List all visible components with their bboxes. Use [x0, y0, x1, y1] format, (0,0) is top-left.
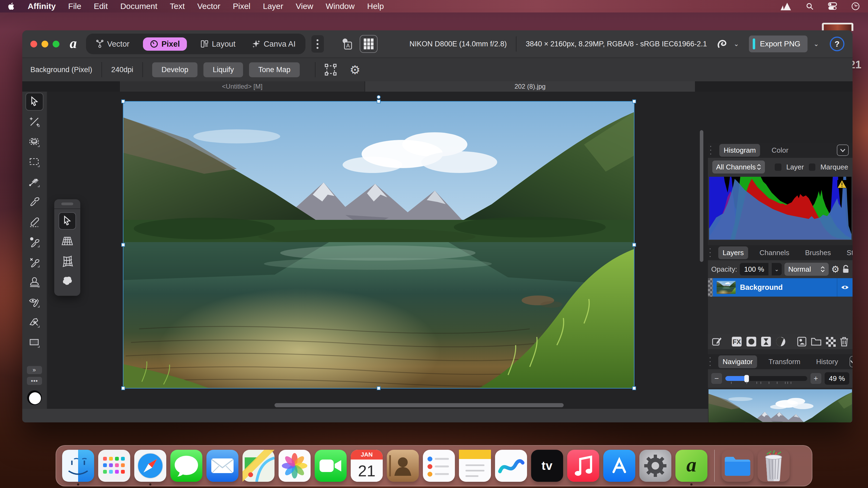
menu-item-text[interactable]: Text [170, 2, 185, 11]
dock-icon-calendar[interactable]: JAN21 [351, 450, 383, 482]
menu-item-affinity[interactable]: Affinity [28, 2, 56, 11]
float-perspective-tool[interactable] [59, 232, 76, 250]
healing-brush-tool[interactable] [26, 293, 43, 311]
layers-tab-layers[interactable]: Layers [718, 247, 748, 259]
clock-icon[interactable] [851, 2, 860, 10]
dock-icon-contacts[interactable] [387, 450, 419, 482]
add-image-layer-icon[interactable] [797, 336, 807, 347]
control-center-icon[interactable] [828, 2, 837, 10]
opacity-chevron-icon[interactable]: ⌄ [771, 263, 782, 275]
navigator-tab-transform[interactable]: Transform [764, 355, 805, 368]
vertical-scrollbar[interactable] [700, 130, 703, 262]
layers-tab-stock[interactable]: Stock [842, 247, 852, 259]
dock-icon-reminders[interactable] [423, 450, 455, 482]
layers-tab-brushes[interactable]: Brushes [801, 247, 835, 259]
hardware-acceleration-icon[interactable] [717, 38, 727, 50]
liquify-button[interactable]: Liquify [204, 62, 243, 77]
chevron-down-icon[interactable]: ⌄ [734, 40, 739, 48]
panel-drag-handle[interactable] [61, 202, 73, 205]
assistant-icon[interactable]: A [341, 38, 354, 50]
marquee-checkbox[interactable] [809, 163, 816, 171]
panel-drag-handle[interactable] [710, 145, 712, 155]
histogram-collapse-chevron-icon[interactable] [837, 144, 849, 156]
dock-icon-photos[interactable] [279, 450, 311, 482]
menu-item-file[interactable]: File [68, 2, 81, 11]
float-move-tool[interactable] [59, 212, 76, 230]
persona-vector[interactable]: Vector [93, 37, 132, 51]
document-tab-2[interactable]: 202 (8).jpg [365, 82, 695, 92]
dock-icon-music[interactable] [567, 450, 599, 482]
paint-brush-tool[interactable] [26, 193, 43, 211]
help-button[interactable]: ? [830, 37, 844, 51]
dock-icon-mail[interactable] [207, 450, 239, 482]
transform-selection-icon[interactable] [325, 64, 337, 76]
more-tools-button[interactable]: ••• [27, 377, 42, 385]
menu-item-vector[interactable]: Vector [197, 2, 220, 11]
layers-tab-channels[interactable]: Channels [755, 247, 794, 259]
rectangle-tool[interactable] [26, 333, 43, 351]
dock-icon-apple-tv[interactable]: tv [531, 450, 563, 482]
document-tab-1[interactable]: <Untitled> [M] [120, 82, 365, 92]
layer-effects-icon[interactable]: FX [731, 336, 742, 347]
adjustment-layer-icon[interactable] [775, 336, 786, 347]
marquee-tool[interactable] [26, 153, 43, 171]
dock-icon-system-settings[interactable] [639, 450, 671, 482]
persona-canva-ai[interactable]: Canva AI [249, 37, 299, 51]
horizontal-scrollbar[interactable] [275, 403, 564, 407]
studio-preset-icon[interactable] [360, 35, 378, 53]
edit-layer-icon[interactable] [712, 336, 722, 347]
zoom-slider[interactable] [725, 373, 807, 384]
close-button[interactable] [30, 41, 37, 47]
develop-button[interactable]: Develop [152, 62, 197, 77]
crop-tool[interactable] [26, 113, 43, 131]
live-filter-icon[interactable] [761, 336, 771, 347]
dock-icon-notes[interactable] [459, 450, 491, 482]
layer-visibility-toggle[interactable] [837, 278, 852, 297]
move-tool[interactable] [26, 93, 43, 110]
export-options-chevron-icon[interactable]: ⌄ [813, 40, 819, 48]
histogram-tab-histogram[interactable]: Histogram [719, 144, 760, 157]
layer-checkbox[interactable] [775, 163, 781, 171]
float-mesh-warp-tool[interactable] [59, 252, 76, 270]
menu-item-edit[interactable]: Edit [94, 2, 108, 11]
navigator-collapse-chevron-icon[interactable] [849, 356, 852, 367]
dock-icon-launchpad[interactable] [98, 450, 130, 482]
selection-brush-tool[interactable] [26, 133, 43, 151]
color-selector[interactable] [27, 390, 42, 405]
dock-icon-maps[interactable] [243, 450, 275, 482]
menu-item-window[interactable]: Window [326, 2, 355, 11]
panel-drag-handle[interactable] [710, 357, 711, 366]
persona-layout[interactable]: Layout [198, 37, 238, 51]
dock-icon-freeform[interactable] [495, 450, 527, 482]
zoom-out-button[interactable]: − [711, 373, 722, 384]
blend-options-gear-icon[interactable]: ⚙ [831, 264, 839, 274]
menu-item-view[interactable]: View [296, 2, 313, 11]
dock-icon-facetime[interactable] [315, 450, 347, 482]
menu-item-document[interactable]: Document [120, 2, 157, 11]
delete-layer-icon[interactable] [839, 336, 849, 347]
mask-layer-icon[interactable] [746, 336, 757, 347]
dock-icon-messages[interactable] [170, 450, 203, 482]
wallpaper-mountains-icon[interactable] [781, 2, 792, 10]
gear-icon[interactable]: ⚙ [350, 63, 360, 77]
persona-pixel[interactable]: Pixel [143, 37, 187, 51]
dock-icon-safari[interactable] [134, 450, 166, 482]
apple-menu-icon[interactable] [8, 2, 15, 10]
menu-item-layer[interactable]: Layer [263, 2, 283, 11]
color-replacement-brush-tool[interactable] [26, 233, 43, 251]
minimize-button[interactable] [41, 41, 48, 47]
document-image[interactable] [123, 101, 634, 389]
rotation-handle[interactable] [377, 95, 380, 99]
more-personas-button[interactable] [311, 35, 324, 53]
dock-icon-files-folder[interactable] [721, 450, 753, 482]
dock-icon-affinity[interactable]: a [675, 450, 707, 482]
pixel-tool[interactable] [26, 213, 43, 231]
menu-item-pixel[interactable]: Pixel [233, 2, 250, 11]
navigator-thumbnail[interactable] [708, 388, 852, 422]
zoom-in-button[interactable]: + [810, 373, 822, 384]
channel-select[interactable]: All Channels [712, 161, 765, 173]
dock-icon-finder[interactable] [62, 450, 94, 482]
new-group-icon[interactable] [811, 337, 822, 346]
tone-map-button[interactable]: Tone Map [249, 62, 300, 77]
float-smudge-tool[interactable] [59, 272, 76, 290]
